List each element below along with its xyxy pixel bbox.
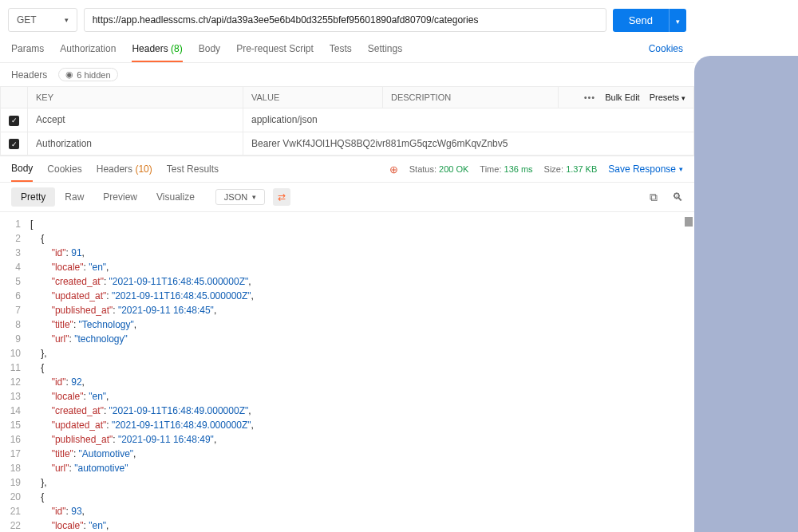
chevron-down-icon: ▾ [65,16,69,24]
tab-authorization[interactable]: Authorization [60,37,116,62]
fold-indicator [685,217,693,227]
format-select[interactable]: JSON ▾ [215,189,265,205]
checkbox-icon[interactable]: ✓ [9,139,19,149]
http-method-select[interactable]: GET ▾ [8,8,77,32]
tab-body[interactable]: Body [199,37,220,62]
save-response-dropdown[interactable]: Save Response ▾ [608,164,683,175]
time-label: Time: 136 ms [480,164,532,174]
col-value: VALUE [243,87,383,108]
view-visualize[interactable]: Visualize [147,187,204,207]
chevron-down-icon: ▾ [676,18,680,26]
wrap-icon: ⇄ [278,191,286,203]
header-value[interactable]: application/json [243,108,694,132]
tab-params[interactable]: Params [11,37,44,62]
tab-test-results[interactable]: Test Results [167,157,219,181]
status-label: Status: 200 OK [409,164,469,174]
headers-table: KEY VALUE DESCRIPTION ••• Bulk Edit Pres… [0,86,694,156]
tab-response-cookies[interactable]: Cookies [47,157,81,181]
size-label: Size: 1.37 KB [544,164,598,174]
header-key[interactable]: Authorization [28,132,243,156]
header-value[interactable]: Bearer VwKf4JOl1HQS8BQ2ivr881mG5qzcWg6mK… [243,132,694,156]
url-input[interactable] [84,8,606,32]
tab-response-body[interactable]: Body [11,156,33,182]
col-key: KEY [28,87,243,108]
more-icon[interactable]: ••• [584,93,596,102]
bulk-edit-link[interactable]: Bulk Edit [605,93,639,102]
hidden-headers-toggle[interactable]: ◉ 6 hidden [58,68,117,81]
headers-label: Headers [11,69,47,81]
tab-tests[interactable]: Tests [330,37,352,62]
cookies-link[interactable]: Cookies [649,37,683,62]
view-preview[interactable]: Preview [93,187,147,207]
eye-icon: ◉ [65,69,73,80]
search-icon[interactable]: 🔍︎ [672,191,683,204]
tab-headers[interactable]: Headers (8) [132,37,182,62]
header-key[interactable]: Accept [28,108,243,132]
tab-settings[interactable]: Settings [368,37,402,62]
send-button[interactable]: Send [613,9,669,32]
response-tabs: Body Cookies Headers (10) Test Results ⊕… [0,156,694,183]
wrap-lines-button[interactable]: ⇄ [273,188,290,206]
copy-icon[interactable]: ⧉ [650,191,658,204]
right-panel [694,0,798,532]
tab-response-headers[interactable]: Headers (10) [97,157,152,181]
request-tabs: Params Authorization Headers (8) Body Pr… [0,37,694,63]
checkbox-icon[interactable]: ✓ [9,116,19,126]
table-row[interactable]: ✓AuthorizationBearer VwKf4JOl1HQS8BQ2ivr… [1,132,694,156]
response-body-viewer[interactable]: 1234567891011121314151617181920212223242… [0,212,694,532]
presets-dropdown[interactable]: Presets ▾ [650,93,685,102]
table-row[interactable]: ✓Acceptapplication/json [1,108,694,132]
view-pretty[interactable]: Pretty [11,187,55,207]
network-icon: ⊕ [389,164,398,175]
send-dropdown[interactable]: ▾ [669,9,686,32]
tab-prerequest[interactable]: Pre-request Script [236,37,314,62]
view-raw[interactable]: Raw [55,187,93,207]
col-description: DESCRIPTION [383,87,559,108]
